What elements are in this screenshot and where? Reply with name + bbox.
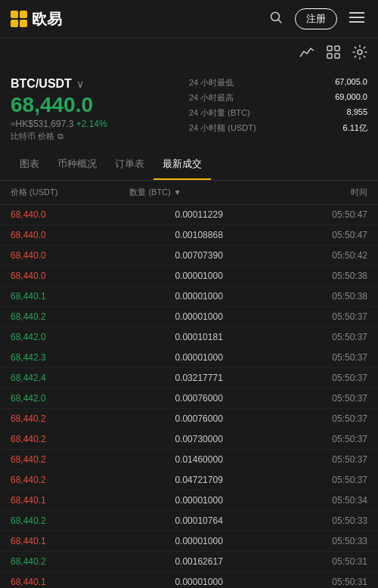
svg-rect-2: [11, 20, 18, 27]
pair-dropdown-icon[interactable]: ∨: [76, 78, 84, 90]
trade-qty: 0.00010181: [129, 332, 268, 342]
menu-icon[interactable]: [346, 8, 367, 29]
svg-rect-12: [335, 54, 339, 58]
trade-qty: 0.00001000: [129, 495, 268, 506]
trade-price: 68,440.1: [11, 291, 129, 302]
trade-rows: 68,440.0 0.00011229 05:50:47 68,440.0 0.…: [0, 205, 378, 588]
hk-price: ≈HK$531,697.3: [11, 119, 73, 129]
trade-price: 68,440.0: [11, 230, 129, 240]
trade-time: 05:50:42: [268, 250, 367, 261]
trade-time: 05:50:37: [268, 352, 367, 363]
table-header: 价格 (USDT) 数量 (BTC) ▼ 时间: [0, 181, 378, 205]
svg-rect-3: [20, 20, 27, 27]
pair-row: BTC/USDT ∨: [11, 77, 189, 91]
trade-price: 68,440.0: [11, 271, 129, 281]
trade-time: 05:50:33: [268, 515, 367, 526]
sub-header-icons: [299, 45, 367, 63]
trade-qty: 0.00001000: [129, 291, 268, 302]
chart-icon[interactable]: [299, 46, 314, 62]
filter-icon[interactable]: ▼: [174, 188, 181, 197]
svg-point-13: [358, 50, 362, 54]
trade-time: 05:50:47: [268, 230, 367, 240]
svg-rect-0: [11, 11, 18, 18]
trade-price: 68,440.2: [11, 434, 129, 444]
trade-qty: 0.00707390: [129, 250, 268, 261]
trade-price: 68,440.1: [11, 495, 129, 506]
price-label: 比特币 价格 ⧉: [11, 131, 189, 142]
logo: 欧易: [11, 9, 62, 29]
trade-time: 05:50:37: [268, 311, 367, 322]
stat-label-2: 24 小时量 (BTC): [189, 107, 250, 119]
trade-price: 68,442.0: [11, 393, 129, 404]
trade-qty: 0.00162617: [129, 556, 268, 567]
register-button[interactable]: 注册: [295, 8, 337, 29]
market-stats: 24 小时最低 67,005.0 24 小时最高 69,000.0 24 小时量…: [189, 77, 367, 142]
table-row: 68,440.2 0.01460000 05:50:37: [0, 450, 378, 470]
stat-row-2: 24 小时量 (BTC) 8,955: [189, 107, 367, 119]
col-qty-header: 数量 (BTC) ▼: [129, 187, 268, 198]
table-row: 68,440.2 0.00076000 05:50:37: [0, 409, 378, 429]
table-row: 68,440.2 0.04721709 05:50:37: [0, 470, 378, 491]
svg-rect-10: [335, 46, 339, 51]
hk-price-row: ≈HK$531,697.3 +2.14%: [11, 119, 189, 129]
tab-orderbook[interactable]: 订单表: [106, 150, 153, 180]
trade-time: 05:50:31: [268, 556, 367, 567]
trade-qty: 0.00076000: [129, 413, 268, 424]
table-row: 68,440.1 0.00001000 05:50:34: [0, 491, 378, 511]
trade-time: 05:50:37: [268, 393, 367, 404]
search-icon[interactable]: [266, 8, 286, 30]
logo-icon: [11, 11, 27, 27]
trade-qty: 0.00010764: [129, 515, 268, 526]
trade-table: 价格 (USDT) 数量 (BTC) ▼ 时间 68,440.0 0.00011…: [0, 181, 378, 588]
svg-point-4: [271, 13, 280, 21]
trade-qty: 0.00001000: [129, 577, 268, 587]
svg-line-5: [279, 20, 282, 23]
table-row: 68,442.0 0.00076000 05:50:37: [0, 388, 378, 409]
trade-time: 05:50:37: [268, 475, 367, 485]
trade-qty: 0.00001000: [129, 311, 268, 322]
stat-value-3: 6.11亿: [343, 122, 367, 134]
trade-time: 05:50:31: [268, 577, 367, 587]
table-row: 68,440.1 0.00001000 05:50:31: [0, 572, 378, 588]
market-info: BTC/USDT ∨ 68,440.0 ≈HK$531,697.3 +2.14%…: [0, 70, 378, 150]
trade-qty: 0.00001000: [129, 271, 268, 281]
tab-overview[interactable]: 币种概况: [48, 150, 106, 180]
svg-rect-1: [20, 11, 27, 18]
trade-price: 68,440.2: [11, 515, 129, 526]
trade-qty: 0.00001000: [129, 352, 268, 363]
grid-icon[interactable]: [327, 45, 340, 63]
tab-latest-trades[interactable]: 最新成交: [153, 150, 211, 180]
trade-qty: 0.00730000: [129, 434, 268, 444]
trade-qty: 0.01460000: [129, 454, 268, 465]
trade-price: 68,440.2: [11, 311, 129, 322]
trade-price: 68,440.2: [11, 413, 129, 424]
header: 欧易 注册: [0, 0, 378, 39]
market-left: BTC/USDT ∨ 68,440.0 ≈HK$531,697.3 +2.14%…: [11, 77, 189, 142]
trade-price: 68,440.2: [11, 454, 129, 465]
logo-text: 欧易: [32, 9, 62, 29]
trade-time: 05:50:34: [268, 495, 367, 506]
main-price: 68,440.0: [11, 94, 189, 117]
trade-time: 05:50:37: [268, 413, 367, 424]
col-time-header: 时间: [268, 187, 367, 198]
tab-bar: 图表 币种概况 订单表 最新成交: [0, 150, 378, 181]
trade-time: 05:50:37: [268, 373, 367, 383]
trade-time: 05:50:38: [268, 291, 367, 302]
stat-label-1: 24 小时最高: [189, 92, 234, 104]
table-row: 68,440.2 0.00010764 05:50:33: [0, 511, 378, 531]
external-link-icon[interactable]: ⧉: [57, 132, 64, 141]
stat-row-1: 24 小时最高 69,000.0: [189, 92, 367, 104]
table-row: 68,442.4 0.03217771 05:50:37: [0, 368, 378, 388]
table-row: 68,440.0 0.00011229 05:50:47: [0, 205, 378, 225]
trade-qty: 0.00001000: [129, 536, 268, 546]
trade-qty: 0.00108868: [129, 230, 268, 240]
trade-qty: 0.00076000: [129, 393, 268, 404]
stat-value-2: 8,955: [346, 107, 367, 119]
trade-time: 05:50:38: [268, 271, 367, 281]
stat-row-0: 24 小时最低 67,005.0: [189, 77, 367, 88]
trade-price: 68,440.2: [11, 475, 129, 485]
settings-icon[interactable]: [352, 45, 367, 63]
tab-chart[interactable]: 图表: [11, 150, 48, 180]
header-right: 注册: [266, 8, 367, 30]
trade-price: 68,440.1: [11, 577, 129, 587]
